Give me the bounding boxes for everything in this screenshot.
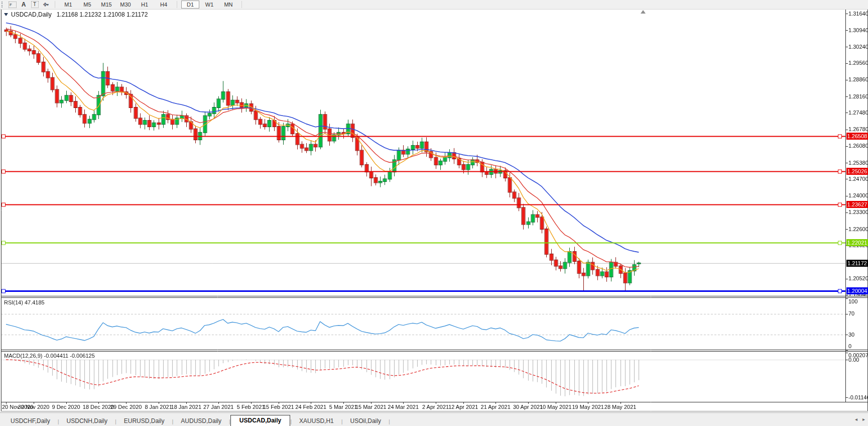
- price-axis-label: 1.27480: [848, 110, 868, 116]
- date-axis-label: 5 Mar 2021: [329, 404, 357, 410]
- timeframe-button-h1[interactable]: H1: [136, 1, 154, 9]
- text-tool-icon[interactable]: T: [30, 1, 39, 9]
- chart-title-bar: USDCAD,Daily 1.21168 1.21232 1.21008 1.2…: [4, 11, 148, 18]
- date-axis-label: 15 Mar 2021: [355, 404, 387, 410]
- current-price-badge: 1.21172: [846, 260, 868, 267]
- tab-scroll-right-icon[interactable]: ▸: [862, 416, 865, 422]
- tab-usdcnh-daily[interactable]: USDCNH,Daily: [59, 416, 115, 426]
- price-axis-label: 1.30940: [848, 27, 868, 33]
- price-axis-label: 1.23300: [848, 209, 868, 215]
- date-axis-label: 30 Nov 2020: [18, 404, 49, 410]
- date-axis-label: 24 Feb 2021: [295, 404, 326, 410]
- line-price-badge: 1.22021: [846, 239, 868, 246]
- line-price-badge: 1.26508: [846, 133, 868, 140]
- toolbar-separator: [55, 1, 55, 8]
- timeframe-button-h4[interactable]: H4: [155, 1, 173, 9]
- date-axis-label: 12 Apr 2021: [448, 404, 478, 410]
- timeframe-button-m30[interactable]: M30: [116, 1, 135, 9]
- dotted-box-f-icon[interactable]: F: [8, 1, 17, 9]
- timeframe-button-m1[interactable]: M1: [59, 1, 77, 9]
- tab-eurusd-daily[interactable]: EURUSD,Daily: [116, 416, 172, 426]
- tab-usdcad-daily[interactable]: USDCAD,Daily: [230, 415, 290, 426]
- line-price-badge: 1.25026: [846, 168, 868, 175]
- date-axis-label: 24 Mar 2021: [388, 404, 419, 410]
- dropdown-caret-icon: ▾: [47, 3, 49, 7]
- tab-usdchf-daily[interactable]: USDCHF,Daily: [3, 416, 58, 426]
- timeframe-button-d1[interactable]: D1: [181, 1, 199, 9]
- date-axis-label: 10 May 2021: [540, 404, 572, 410]
- a-glyph: A: [22, 1, 26, 8]
- tab-xauusd-h1[interactable]: XAUUSD,H1: [292, 416, 341, 426]
- date-axis-label: 28 May 2021: [604, 404, 637, 410]
- price-axis-label: 1.22600: [848, 226, 868, 232]
- timeframe-button-m5[interactable]: M5: [78, 1, 96, 9]
- tab-separator: |: [389, 418, 390, 426]
- date-axis-label: 5 Feb 2021: [237, 404, 265, 410]
- tab-scroll-arrows: ◂ ▸: [855, 416, 865, 422]
- chart-symbol-label: USDCAD,Daily: [11, 11, 52, 18]
- date-axis-label: 18 Dec 2020: [83, 404, 114, 410]
- price-axis-label: 1.20520: [848, 275, 868, 281]
- terminal-window: F A T ❖▾ M1M5M15M30H1H4D1W1MN USDCAD,Dai…: [0, 0, 868, 426]
- chart-tabs: USDCHF,Daily|USDCNH,Daily|EURUSD,Daily|A…: [0, 414, 390, 426]
- f-glyph: F: [9, 2, 17, 8]
- chart-ohlc-quote: 1.21168 1.21232 1.21008 1.21172: [57, 11, 148, 18]
- price-axis-label: 1.31640: [848, 11, 868, 17]
- timeframe-button-w1[interactable]: W1: [200, 1, 218, 9]
- rsi-axis-label: 70: [848, 310, 868, 316]
- letter-a-icon[interactable]: A: [19, 1, 28, 9]
- price-axis-label: 1.24000: [848, 192, 868, 198]
- collapse-triangle-icon[interactable]: [4, 13, 8, 16]
- date-axis-label: 18 Jan 2021: [171, 404, 202, 410]
- toolbar-separator: [241, 1, 242, 8]
- rsi-indicator-label: RSI(14) 47.4185: [4, 299, 45, 305]
- macd-indicator-label: MACD(12,26,9) -0.004411 -0.006125: [4, 353, 95, 359]
- price-axis-label: 1.26780: [848, 126, 868, 132]
- date-axis-label: 15 Feb 2021: [263, 404, 294, 410]
- rsi-axis-label: 30: [848, 332, 868, 338]
- main-toolbar: F A T ❖▾ M1M5M15M30H1H4D1W1MN: [0, 0, 868, 10]
- macd-axis-label: -0.011462: [848, 394, 868, 400]
- date-axis-label: 19 May 2021: [572, 404, 604, 410]
- toolbar-grip-handle[interactable]: [2, 2, 4, 8]
- timeframe-button-m15[interactable]: M15: [97, 1, 115, 9]
- tab-usoil-daily[interactable]: USOil,Daily: [343, 416, 389, 426]
- chart-tab-bar: USDCHF,Daily|USDCNH,Daily|EURUSD,Daily|A…: [0, 412, 868, 426]
- macd-axis-label: 0.00: [848, 357, 868, 363]
- line-price-badge: 1.23627: [846, 201, 868, 208]
- timeframe-button-mn[interactable]: MN: [219, 1, 237, 9]
- t-glyph: T: [31, 1, 39, 8]
- date-axis-label: 9 Dec 2020: [52, 404, 80, 410]
- price-axis-label: 1.29560: [848, 60, 868, 66]
- date-axis-label: 30 Apr 2021: [513, 404, 543, 410]
- rsi-axis-label: 0: [848, 343, 868, 349]
- tab-scroll-left-icon[interactable]: ◂: [855, 416, 857, 422]
- rsi-axis-label: 100: [848, 298, 868, 304]
- toolbar-separator: [177, 1, 177, 8]
- price-axis-label: 1.28160: [848, 93, 868, 99]
- price-axis-label: 1.28860: [848, 76, 868, 82]
- date-axis-label: 2 Apr 2021: [422, 404, 449, 410]
- date-axis-label: 21 Apr 2021: [481, 404, 511, 410]
- chart-plot-canvas[interactable]: [0, 0, 868, 426]
- chart-shift-marker-icon: [641, 10, 646, 14]
- date-axis-label: 8 Jan 2021: [145, 404, 172, 410]
- date-axis-label: 29 Dec 2020: [110, 404, 142, 410]
- price-axis-label: 1.24700: [848, 176, 868, 182]
- timeframe-toolbar: M1M5M15M30H1H4D1W1MN: [59, 0, 238, 9]
- tab-audusd-daily[interactable]: AUDUSD,Daily: [173, 416, 229, 426]
- price-axis-label: 1.25380: [848, 160, 868, 166]
- line-price-badge: 1.20004: [846, 287, 868, 294]
- cursor-style-icon[interactable]: ❖▾: [41, 1, 50, 9]
- date-axis-label: 27 Jan 2021: [203, 404, 234, 410]
- price-axis-label: 1.26080: [848, 143, 868, 149]
- price-axis-label: 1.30240: [848, 44, 868, 50]
